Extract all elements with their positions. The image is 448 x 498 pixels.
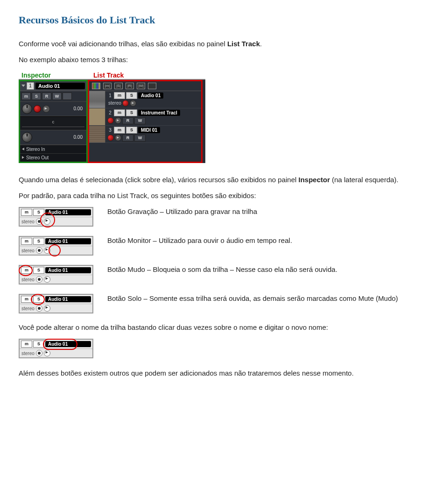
mute-button[interactable]: m [21,267,32,274]
read-button[interactable]: R [42,92,51,100]
read-button[interactable]: R [122,135,133,142]
track-thumb [89,108,105,125]
record-enable-button[interactable] [36,350,42,356]
track-name[interactable]: Audio 01 [138,92,163,99]
track-name[interactable]: Audio 01 [45,209,91,215]
stereo-in-row[interactable]: Stereo In [20,145,86,153]
para-inspector-post: (na lateral esquerda). [330,176,399,184]
solo-button[interactable]: S [126,127,137,134]
para-inspector: Quando uma delas é selecionada (click so… [19,175,429,185]
mute-button[interactable]: m [114,109,125,116]
monitor-button[interactable] [42,105,50,113]
para-outro: Além desses botões existem outros que po… [19,369,429,378]
solo-button[interactable]: S [33,238,44,245]
record-enable-button[interactable] [36,247,42,254]
para-inspector-bold: Inspector [299,176,330,184]
mute-button[interactable]: m [21,209,32,216]
write-button[interactable]: W [52,92,62,100]
track-thumb [89,91,105,108]
mute-button[interactable]: m [21,238,32,245]
stereo-out-label: Stereo Out [26,155,49,160]
stereo-out-row[interactable]: Stereo Out [20,153,86,162]
intro-bold: List Track [227,40,260,48]
track-row[interactable]: 2 m S Instrument Tracl R W [89,108,201,126]
label-inspector: Inspector [19,71,91,79]
write-button[interactable]: W [134,117,146,124]
expand-icon[interactable] [21,85,25,87]
intro-line2: No exemplo abaixo temos 3 trilhas: [19,55,429,64]
solo-button[interactable]: S [33,267,44,274]
record-enable-button[interactable] [36,305,42,312]
strip-monitor: m S Audio 01 stereo [19,236,93,256]
track-thumb [89,126,105,142]
strip-record: m S Audio 01 stereo [19,207,93,227]
mute-button[interactable]: m [21,341,32,348]
solo-button[interactable]: S [126,92,137,99]
monitor-button[interactable] [130,100,136,107]
mute-button[interactable]: m [21,92,31,100]
intro-line1: Conforme você vai adicionando trilhas, e… [19,39,429,49]
solo-button[interactable]: S [33,341,44,348]
strip-rename: m S Audio 01 stereo [19,339,93,358]
write-button[interactable]: W [134,135,146,142]
solo-button[interactable]: S [33,296,44,303]
record-enable-button[interactable] [107,117,114,124]
track-index: 3 [107,128,113,133]
strip-solo: m S Audio 01 stereo [19,294,93,313]
intro-post: . [260,40,262,48]
monitor-button[interactable] [44,276,50,283]
monitor-button[interactable] [115,135,121,141]
header-filter-s-icon[interactable]: |S| [114,83,123,89]
mute-button[interactable]: m [114,92,125,99]
header-extra-icon[interactable] [148,83,156,89]
header-filter-m-icon[interactable]: |m| [103,83,112,89]
extra-button[interactable] [63,92,72,100]
record-enable-button[interactable] [34,105,41,113]
track-name[interactable]: Audio 01 [45,238,91,244]
caption-record: Botão Gravação – Utilizado para gravar n… [107,207,429,216]
stereo-label: stereo [108,100,121,106]
mute-button[interactable]: m [114,127,125,134]
record-enable-button[interactable] [122,100,129,107]
track-row[interactable]: 1 m S Audio 01 stereo [89,91,201,108]
track-row[interactable]: 3 m S MIDI 01 R W [89,126,201,143]
pan-knob[interactable] [22,132,32,142]
track-name[interactable]: Audio 01 [45,267,91,273]
monitor-button[interactable] [115,117,121,124]
monitor-button[interactable] [44,350,50,356]
volume-knob[interactable] [22,104,32,114]
track-name[interactable]: Audio 01 [45,341,91,347]
caption-solo: Botão Solo – Somente essa trilha será ou… [107,294,429,303]
stereo-label: stereo [21,248,35,253]
track-name[interactable]: Instrument Tracl [138,110,180,116]
pan-scale[interactable]: c [20,116,86,130]
track-name[interactable]: Audio 01 [45,296,91,302]
page-title: Recursos Básicos do List Track [19,14,429,26]
read-button[interactable]: R [122,117,133,124]
strip-mute: m S Audio 01 stereo [19,265,93,285]
record-enable-button[interactable] [36,218,42,225]
pan-value: 0.00 [74,135,84,140]
monitor-button[interactable] [44,218,50,225]
track-name[interactable]: Audio 01 [35,83,85,89]
record-enable-button[interactable] [36,276,42,283]
monitor-button[interactable] [44,247,50,254]
header-colorbars-icon[interactable] [92,83,100,89]
monitor-button[interactable] [44,305,50,312]
caption-monitor: Botão Monitor – Utilizado para ouvir o á… [107,236,429,245]
para-rename: Você pode alterar o nome da trilha basta… [19,323,429,332]
label-listtrack: List Track [91,71,124,79]
para-inspector-pre: Quando uma delas é selecionada (click so… [19,176,299,184]
para-buttons-intro: Por padrão, para cada trilha no List Tra… [19,191,429,200]
track-name[interactable]: MIDI 01 [138,127,160,133]
intro-pre: Conforme você vai adicionando trilhas, e… [19,40,227,48]
record-enable-button[interactable] [107,135,114,141]
stereo-label: stereo [21,219,35,224]
mute-button[interactable]: m [21,296,32,303]
header-filter-r-icon[interactable]: |R| [126,83,134,89]
solo-button[interactable]: S [33,209,44,216]
header-filter-w-icon[interactable]: |W| [137,83,145,89]
solo-button[interactable]: S [126,109,137,116]
solo-button[interactable]: S [32,92,41,100]
caption-mute: Botão Mudo – Bloqueia o som da trilha – … [107,265,429,274]
